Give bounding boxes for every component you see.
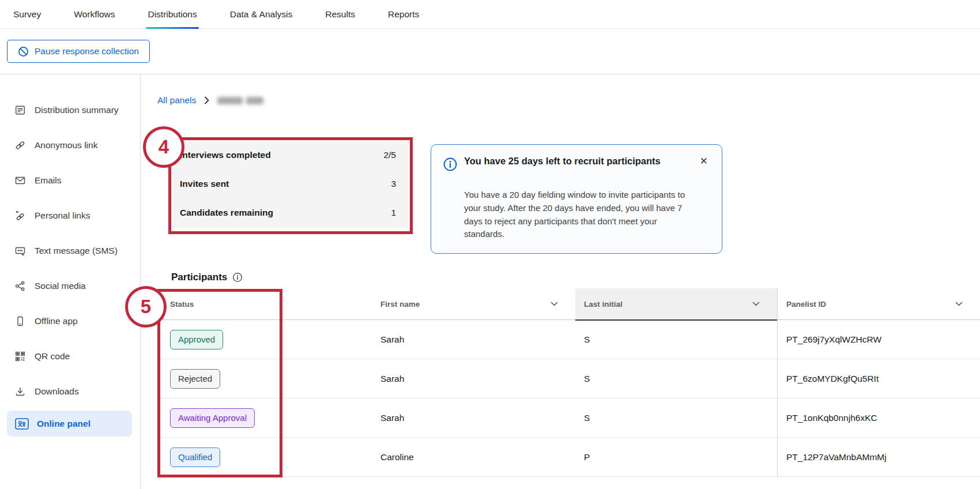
sidebar-label: Downloads	[35, 386, 79, 397]
document-summary-icon	[14, 104, 26, 116]
column-label: Panelist ID	[786, 300, 826, 309]
info-circle-icon[interactable]	[232, 272, 243, 283]
participants-table: Status First name Last initial Panelist …	[157, 288, 980, 477]
stat-label: Interviews completed	[180, 150, 271, 160]
tab-results[interactable]: Results	[325, 0, 355, 29]
toolbar: Pause response collection	[0, 29, 980, 74]
redacted-panel-name	[217, 97, 263, 104]
sidebar-label: Emails	[35, 175, 62, 186]
annotation-number: 5	[141, 296, 151, 318]
stat-label: Invites sent	[180, 179, 229, 189]
sidebar-item-offline-app[interactable]: Offline app	[0, 303, 140, 338]
sidebar-item-online-panel[interactable]: Online panel	[7, 411, 132, 437]
breadcrumb-all-panels-link[interactable]: All panels	[157, 95, 196, 106]
header-divider	[0, 74, 980, 74]
pause-button-label: Pause response collection	[35, 46, 139, 57]
tab-data-analysis[interactable]: Data & Analysis	[230, 0, 293, 29]
sidebar-item-text-message-sms[interactable]: Text message (SMS)	[0, 233, 140, 268]
close-icon[interactable]: ✕	[698, 154, 710, 168]
sidebar-item-downloads[interactable]: Downloads	[0, 374, 140, 409]
sidebar-item-social-media[interactable]: Social media	[0, 268, 140, 303]
stat-row-interviews-completed: Interviews completed 2/5	[180, 150, 396, 160]
last-initial-cell: P	[584, 452, 590, 462]
sidebar-item-qr-code[interactable]: QR code	[0, 338, 140, 374]
participants-title: Participants	[171, 272, 227, 283]
tab-distributions[interactable]: Distributions	[148, 0, 197, 29]
sidebar-item-personal-links[interactable]: Personal links	[0, 198, 140, 233]
table-header-row: Status First name Last initial Panelist …	[157, 288, 980, 320]
status-badge: Qualified	[170, 447, 220, 467]
participants-heading: Participants	[171, 272, 243, 283]
table-row[interactable]: Approved Sarah S PT_269j7yXqlWZHcRW	[157, 320, 980, 359]
stat-value: 3	[391, 179, 396, 189]
stat-value: 2/5	[383, 150, 396, 160]
notice-body: You have a 20 day fielding window to inv…	[464, 189, 697, 241]
column-label: Status	[170, 300, 194, 309]
stat-row-candidates-remaining: Candidates remaining 1	[180, 208, 396, 218]
sidebar-label: Online panel	[37, 419, 91, 429]
chevron-down-icon[interactable]	[551, 302, 558, 306]
share-icon	[14, 280, 26, 292]
last-initial-cell: S	[584, 413, 590, 423]
envelope-icon	[14, 175, 26, 186]
top-nav: Survey Workflows Distributions Data & An…	[0, 0, 980, 29]
sidebar-label: Text message (SMS)	[35, 246, 118, 256]
sidebar-label: Offline app	[35, 316, 78, 326]
panelist-id-cell: PT_6zoMYDKgfQu5RIt	[786, 374, 879, 384]
sidebar-label: QR code	[35, 351, 70, 362]
no-entry-icon	[18, 46, 29, 57]
table-row[interactable]: Rejected Sarah S PT_6zoMYDKgfQu5RIt	[157, 359, 980, 398]
column-label: First name	[380, 300, 420, 309]
table-row[interactable]: Awaiting Approval Sarah S PT_1onKqb0nnjh…	[157, 398, 980, 438]
download-icon	[14, 386, 26, 397]
personal-link-icon	[14, 210, 26, 221]
first-name-cell: Sarah	[380, 413, 404, 423]
first-name-cell: Sarah	[380, 334, 404, 345]
first-name-cell: Caroline	[380, 452, 414, 462]
sidebar-label: Anonymous link	[35, 140, 97, 151]
tab-survey[interactable]: Survey	[13, 0, 41, 29]
link-icon	[14, 140, 26, 151]
annotation-number: 4	[159, 136, 169, 158]
tab-workflows[interactable]: Workflows	[74, 0, 115, 29]
panelist-id-cell: PT_1onKqb0nnjh6xKC	[786, 413, 877, 423]
mobile-icon	[14, 315, 26, 327]
sidebar-label: Social media	[35, 281, 86, 291]
status-badge: Rejected	[170, 369, 220, 389]
tab-reports[interactable]: Reports	[388, 0, 419, 29]
sms-bubble-icon	[14, 245, 26, 257]
table-row[interactable]: Qualified Caroline P PT_12P7aVaMnbAMmMj	[157, 438, 980, 477]
status-badge: Awaiting Approval	[170, 408, 255, 428]
first-name-cell: Sarah	[380, 374, 404, 384]
stat-label: Candidates remaining	[180, 208, 273, 218]
sidebar-label: Personal links	[35, 210, 91, 221]
column-header-last-initial[interactable]: Last initial	[575, 288, 777, 321]
column-label: Last initial	[584, 300, 623, 309]
stat-row-invites-sent: Invites sent 3	[180, 179, 396, 189]
sidebar-item-anonymous-link[interactable]: Anonymous link	[0, 127, 140, 163]
notice-title: You have 25 days left to recruit partici…	[464, 155, 683, 168]
last-initial-cell: S	[584, 374, 590, 384]
panelist-id-cell: PT_269j7yXqlWZHcRW	[786, 334, 881, 345]
chevron-right-icon	[204, 96, 209, 104]
pause-response-collection-button[interactable]: Pause response collection	[7, 40, 150, 63]
column-header-panelist-id[interactable]: Panelist ID	[777, 288, 980, 319]
info-icon	[443, 157, 458, 172]
sidebar-label: Distribution summary	[35, 105, 119, 115]
qr-code-icon	[14, 351, 26, 362]
column-header-status[interactable]: Status	[157, 288, 380, 319]
stat-value: 1	[391, 208, 396, 218]
chevron-down-icon[interactable]	[752, 302, 760, 306]
breadcrumb: All panels	[157, 95, 263, 106]
sidebar-item-distribution-summary[interactable]: Distribution summary	[0, 92, 140, 127]
qualtrics-distributions-page: Survey Workflows Distributions Data & An…	[0, 0, 980, 489]
last-initial-cell: S	[584, 334, 590, 345]
column-header-first-name[interactable]: First name	[380, 288, 575, 319]
distribution-sidebar: Distribution summary Anonymous link	[0, 74, 141, 489]
people-panel-icon	[14, 417, 29, 431]
status-badge: Approved	[170, 330, 223, 349]
sidebar-item-emails[interactable]: Emails	[0, 163, 140, 198]
panelist-id-cell: PT_12P7aVaMnbAMmMj	[786, 452, 887, 462]
chevron-down-icon[interactable]	[955, 302, 963, 306]
recruitment-notice: You have 25 days left to recruit partici…	[431, 144, 722, 254]
